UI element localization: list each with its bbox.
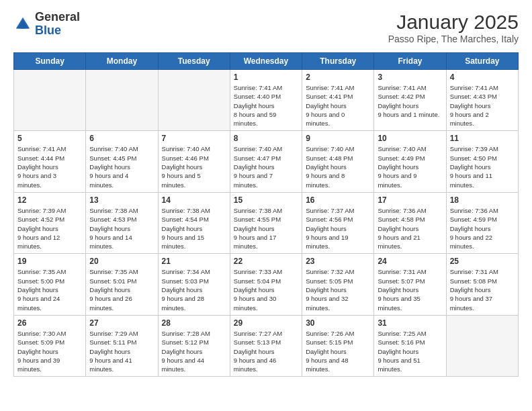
calendar-cell: 28Sunrise: 7:28 AMSunset: 5:12 PMDayligh…: [158, 315, 230, 376]
day-number: 27: [89, 318, 154, 328]
calendar-cell: 31Sunrise: 7:25 AMSunset: 5:16 PMDayligh…: [374, 315, 446, 376]
calendar-cell: 7Sunrise: 7:40 AMSunset: 4:46 PMDaylight…: [158, 131, 230, 192]
logo: General Blue: [13, 11, 80, 38]
calendar-cell: 21Sunrise: 7:34 AMSunset: 5:03 PMDayligh…: [158, 254, 230, 315]
weekday-header: Saturday: [446, 53, 518, 70]
day-info: Sunrise: 7:28 AMSunset: 5:12 PMDaylight …: [162, 329, 226, 373]
logo-icon: [13, 15, 32, 34]
calendar-cell: 26Sunrise: 7:30 AMSunset: 5:09 PMDayligh…: [14, 315, 86, 376]
day-number: 7: [162, 134, 226, 143]
calendar-cell: 10Sunrise: 7:40 AMSunset: 4:49 PMDayligh…: [374, 131, 446, 192]
weekday-header: Sunday: [14, 53, 86, 70]
page: General Blue January 2025 Passo Ripe, Th…: [0, 0, 532, 411]
calendar-cell: 17Sunrise: 7:36 AMSunset: 4:58 PMDayligh…: [374, 192, 446, 253]
calendar-cell: 22Sunrise: 7:33 AMSunset: 5:04 PMDayligh…: [230, 254, 302, 315]
day-number: 4: [450, 73, 515, 82]
day-info: Sunrise: 7:39 AMSunset: 4:50 PMDaylight …: [450, 144, 515, 189]
month-title: January 2025: [388, 11, 519, 34]
calendar-cell: 6Sunrise: 7:40 AMSunset: 4:45 PMDaylight…: [86, 131, 158, 192]
day-number: 17: [378, 195, 442, 205]
day-number: 28: [162, 318, 226, 328]
day-number: 13: [89, 195, 154, 205]
weekday-header: Tuesday: [158, 53, 230, 70]
day-number: 26: [17, 318, 82, 328]
day-info: Sunrise: 7:26 AMSunset: 5:15 PMDaylight …: [306, 329, 370, 373]
calendar-cell: 27Sunrise: 7:29 AMSunset: 5:11 PMDayligh…: [86, 315, 158, 376]
day-number: 14: [162, 195, 226, 205]
day-number: 15: [234, 195, 298, 205]
day-number: 6: [89, 134, 154, 143]
calendar-cell: 14Sunrise: 7:38 AMSunset: 4:54 PMDayligh…: [158, 192, 230, 253]
calendar-cell: 11Sunrise: 7:39 AMSunset: 4:50 PMDayligh…: [446, 131, 518, 192]
day-info: Sunrise: 7:31 AMSunset: 5:08 PMDaylight …: [450, 267, 515, 312]
day-info: Sunrise: 7:39 AMSunset: 4:52 PMDaylight …: [17, 206, 82, 250]
calendar-week: 1Sunrise: 7:41 AMSunset: 4:40 PMDaylight…: [14, 70, 519, 131]
day-number: 9: [306, 134, 370, 143]
weekday-header: Friday: [374, 53, 446, 70]
day-info: Sunrise: 7:38 AMSunset: 4:54 PMDaylight …: [162, 206, 226, 250]
day-number: 29: [234, 318, 298, 328]
day-number: 12: [17, 195, 82, 205]
day-number: 11: [450, 134, 515, 143]
calendar-cell: [158, 70, 230, 131]
subtitle: Passo Ripe, The Marches, Italy: [388, 34, 519, 44]
day-info: Sunrise: 7:41 AMSunset: 4:43 PMDaylight …: [450, 83, 515, 128]
calendar-cell: [14, 70, 86, 131]
weekday-header-row: SundayMondayTuesdayWednesdayThursdayFrid…: [14, 53, 519, 70]
day-info: Sunrise: 7:33 AMSunset: 5:04 PMDaylight …: [234, 267, 298, 312]
calendar-cell: 12Sunrise: 7:39 AMSunset: 4:52 PMDayligh…: [14, 192, 86, 253]
day-info: Sunrise: 7:40 AMSunset: 4:49 PMDaylight …: [378, 144, 442, 189]
calendar-cell: 2Sunrise: 7:41 AMSunset: 4:41 PMDaylight…: [302, 70, 374, 131]
day-number: 16: [306, 195, 370, 205]
day-info: Sunrise: 7:35 AMSunset: 5:00 PMDaylight …: [17, 267, 82, 312]
calendar-cell: 4Sunrise: 7:41 AMSunset: 4:43 PMDaylight…: [446, 70, 518, 131]
day-number: 10: [378, 134, 442, 143]
calendar-cell: 3Sunrise: 7:41 AMSunset: 4:42 PMDaylight…: [374, 70, 446, 131]
calendar-cell: 1Sunrise: 7:41 AMSunset: 4:40 PMDaylight…: [230, 70, 302, 131]
day-info: Sunrise: 7:40 AMSunset: 4:45 PMDaylight …: [89, 144, 154, 189]
day-info: Sunrise: 7:41 AMSunset: 4:42 PMDaylight …: [378, 83, 442, 119]
day-info: Sunrise: 7:32 AMSunset: 5:05 PMDaylight …: [306, 267, 370, 312]
day-info: Sunrise: 7:27 AMSunset: 5:13 PMDaylight …: [234, 329, 298, 373]
day-info: Sunrise: 7:40 AMSunset: 4:47 PMDaylight …: [234, 144, 298, 189]
day-number: 23: [306, 257, 370, 266]
calendar-week: 12Sunrise: 7:39 AMSunset: 4:52 PMDayligh…: [14, 192, 519, 253]
day-info: Sunrise: 7:35 AMSunset: 5:01 PMDaylight …: [89, 267, 154, 312]
calendar-cell: 13Sunrise: 7:38 AMSunset: 4:53 PMDayligh…: [86, 192, 158, 253]
day-number: 25: [450, 257, 515, 266]
calendar-cell: 5Sunrise: 7:41 AMSunset: 4:44 PMDaylight…: [14, 131, 86, 192]
calendar-cell: 25Sunrise: 7:31 AMSunset: 5:08 PMDayligh…: [446, 254, 518, 315]
calendar-week: 5Sunrise: 7:41 AMSunset: 4:44 PMDaylight…: [14, 131, 519, 192]
logo-blue: Blue: [35, 24, 61, 37]
day-number: 18: [450, 195, 515, 205]
calendar-cell: 30Sunrise: 7:26 AMSunset: 5:15 PMDayligh…: [302, 315, 374, 376]
day-number: 30: [306, 318, 370, 328]
day-info: Sunrise: 7:36 AMSunset: 4:59 PMDaylight …: [450, 206, 515, 250]
day-info: Sunrise: 7:34 AMSunset: 5:03 PMDaylight …: [162, 267, 226, 312]
calendar-cell: 20Sunrise: 7:35 AMSunset: 5:01 PMDayligh…: [86, 254, 158, 315]
day-info: Sunrise: 7:36 AMSunset: 4:58 PMDaylight …: [378, 206, 442, 250]
day-info: Sunrise: 7:41 AMSunset: 4:44 PMDaylight …: [17, 144, 82, 189]
day-info: Sunrise: 7:41 AMSunset: 4:40 PMDaylight …: [234, 83, 298, 128]
calendar: SundayMondayTuesdayWednesdayThursdayFrid…: [13, 52, 519, 377]
day-number: 24: [378, 257, 442, 266]
day-number: 20: [89, 257, 154, 266]
calendar-cell: 9Sunrise: 7:40 AMSunset: 4:48 PMDaylight…: [302, 131, 374, 192]
day-info: Sunrise: 7:38 AMSunset: 4:53 PMDaylight …: [89, 206, 154, 250]
weekday-header: Wednesday: [230, 53, 302, 70]
day-info: Sunrise: 7:40 AMSunset: 4:48 PMDaylight …: [306, 144, 370, 189]
calendar-cell: [446, 315, 518, 376]
day-info: Sunrise: 7:41 AMSunset: 4:41 PMDaylight …: [306, 83, 370, 128]
day-info: Sunrise: 7:40 AMSunset: 4:46 PMDaylight …: [162, 144, 226, 189]
calendar-body: 1Sunrise: 7:41 AMSunset: 4:40 PMDaylight…: [14, 70, 519, 377]
day-info: Sunrise: 7:31 AMSunset: 5:07 PMDaylight …: [378, 267, 442, 312]
header: General Blue January 2025 Passo Ripe, Th…: [13, 11, 519, 44]
day-number: 8: [234, 134, 298, 143]
day-number: 31: [378, 318, 442, 328]
calendar-cell: 29Sunrise: 7:27 AMSunset: 5:13 PMDayligh…: [230, 315, 302, 376]
calendar-cell: 24Sunrise: 7:31 AMSunset: 5:07 PMDayligh…: [374, 254, 446, 315]
day-number: 2: [306, 73, 370, 82]
day-number: 3: [378, 73, 442, 82]
calendar-cell: 8Sunrise: 7:40 AMSunset: 4:47 PMDaylight…: [230, 131, 302, 192]
calendar-cell: 15Sunrise: 7:38 AMSunset: 4:55 PMDayligh…: [230, 192, 302, 253]
